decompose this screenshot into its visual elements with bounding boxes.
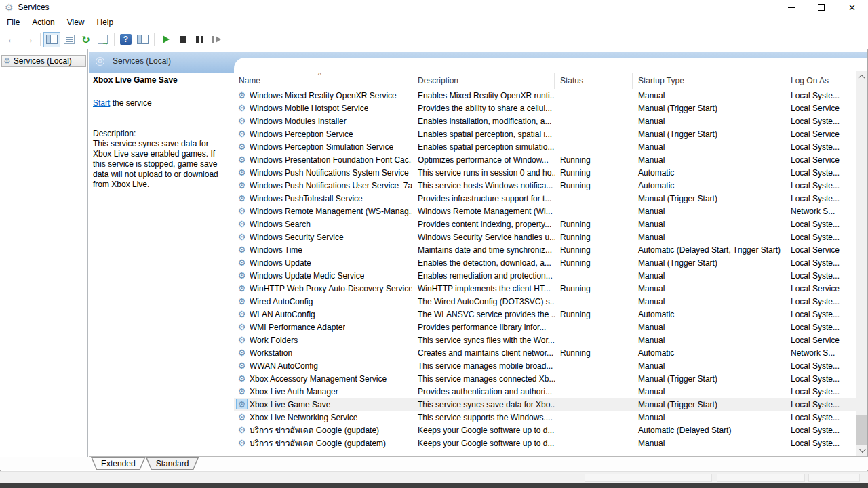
service-name: WinHTTP Web Proxy Auto-Discovery Service: [250, 284, 412, 293]
service-row[interactable]: ⚙ Xbox Live Auth Manager Provides authen…: [234, 385, 856, 398]
column-header-log-on-as[interactable]: Log On As: [785, 73, 856, 89]
pause-service-button[interactable]: [191, 32, 208, 47]
service-startup-type: Automatic: [633, 310, 785, 319]
service-status: Running: [555, 155, 633, 165]
forward-button[interactable]: →: [20, 32, 37, 47]
service-log-on-as: Local Service: [785, 245, 856, 255]
help-icon: ?: [120, 34, 132, 45]
service-row[interactable]: ⚙ Windows Perception Simulation Service …: [234, 140, 856, 153]
service-row[interactable]: ⚙ บริการ ข่าวอัพเดต Google (gupdatem) Ke…: [234, 436, 856, 449]
service-startup-type: Automatic (Delayed Start): [633, 426, 785, 435]
service-row[interactable]: ⚙ Workstation Creates and maintains clie…: [234, 346, 856, 359]
column-header-status[interactable]: Status: [555, 73, 633, 89]
menu-action[interactable]: Action: [26, 15, 60, 30]
service-name: บริการ ข่าวอัพเดต Google (gupdate): [250, 424, 379, 436]
service-row[interactable]: ⚙ Windows Search Provides content indexi…: [234, 218, 856, 230]
restart-service-button[interactable]: [208, 32, 225, 47]
service-row[interactable]: ⚙ Wired AutoConfig The Wired AutoConfig …: [234, 295, 856, 308]
service-name: Windows Update: [250, 258, 311, 268]
service-row[interactable]: ⚙ WLAN AutoConfig The WLANSVC service pr…: [234, 308, 856, 321]
start-service-button[interactable]: [157, 32, 174, 47]
service-row[interactable]: ⚙ Windows Mixed Reality OpenXR Service E…: [234, 89, 856, 102]
start-service-icon: [163, 35, 170, 43]
service-startup-type: Manual: [633, 439, 785, 448]
services-local-tab[interactable]: ⚙ Services (Local): [96, 56, 171, 66]
menu-file[interactable]: File: [1, 15, 26, 30]
forward-arrow-icon: →: [24, 34, 35, 45]
service-startup-type: Manual: [633, 207, 785, 216]
content-pane: ⚙ Services (Local) Xbox Live Game Save S…: [89, 49, 867, 457]
help-button[interactable]: ?: [117, 32, 134, 47]
tab-extended[interactable]: Extended: [91, 457, 146, 470]
stop-service-button[interactable]: [174, 32, 191, 47]
service-row[interactable]: ⚙ WinHTTP Web Proxy Auto-Discovery Servi…: [234, 282, 856, 295]
service-row[interactable]: ⚙ WWAN AutoConfig This service manages m…: [234, 359, 856, 372]
selected-service-title: Xbox Live Game Save: [93, 75, 178, 85]
service-row[interactable]: ⚙ Windows Modules Installer Enables inst…: [234, 115, 856, 127]
service-row[interactable]: ⚙ Windows Time Maintains date and time s…: [234, 243, 856, 256]
start-service-link[interactable]: Start: [93, 98, 110, 108]
description-text: This service syncs save data for Xbox Li…: [93, 139, 227, 190]
service-row[interactable]: ⚙ Windows Update Enables the detection, …: [234, 256, 856, 269]
restore-icon: [818, 4, 825, 11]
service-name: Xbox Live Networking Service: [250, 413, 357, 422]
service-row[interactable]: ⚙ Windows Update Medic Service Enables r…: [234, 269, 856, 282]
refresh-icon: ↻: [81, 35, 90, 45]
column-header-name[interactable]: Name ^: [234, 73, 412, 89]
view-tabs-bar: Extended Standard: [0, 457, 868, 470]
properties-button[interactable]: [60, 32, 77, 47]
list-header: Name ^ Description Status Startup Type L…: [234, 73, 856, 89]
service-row[interactable]: ⚙ Windows Push Notifications User Servic…: [234, 179, 856, 192]
menu-view[interactable]: View: [61, 15, 91, 30]
service-row[interactable]: ⚙ บริการ ข่าวอัพเดต Google (gupdate) Kee…: [234, 424, 856, 436]
service-row[interactable]: ⚙ Windows Remote Management (WS-Manag...…: [234, 205, 856, 218]
toolbar: ← → ↻ ?: [0, 30, 868, 49]
service-row[interactable]: ⚙ Windows Perception Service Enables spa…: [234, 127, 856, 140]
scrollbar-thumb[interactable]: [856, 415, 867, 445]
service-gear-icon: ⚙: [238, 323, 246, 331]
vertical-scrollbar[interactable]: [856, 71, 867, 456]
service-status: Running: [555, 348, 633, 358]
menu-help[interactable]: Help: [91, 15, 120, 30]
service-row[interactable]: ⚙ Xbox Live Game Save This service syncs…: [234, 398, 856, 411]
service-list: Name ^ Description Status Startup Type L…: [234, 73, 856, 456]
service-log-on-as: Local Syste...: [785, 413, 856, 422]
service-row[interactable]: ⚙ Windows Push Notifications System Serv…: [234, 166, 856, 179]
restore-button[interactable]: [806, 1, 837, 14]
refresh-button[interactable]: ↻: [77, 32, 94, 47]
window-bottom-edge: [0, 483, 868, 488]
service-gear-icon: ⚙: [238, 142, 246, 151]
show-action-pane-button[interactable]: [134, 32, 151, 47]
status-pane: [585, 474, 712, 482]
service-description: Creates and maintains client networ...: [412, 348, 555, 358]
service-row[interactable]: ⚙ Windows Presentation Foundation Font C…: [234, 153, 856, 166]
service-gear-icon: ⚙: [238, 155, 246, 164]
service-log-on-as: Local Syste...: [785, 194, 856, 203]
service-log-on-as: Local Syste...: [785, 297, 856, 306]
service-status: Running: [555, 310, 633, 319]
service-row[interactable]: ⚙ Windows PushToInstall Service Provides…: [234, 192, 856, 205]
show-console-tree-button[interactable]: [43, 32, 60, 47]
back-button[interactable]: ←: [3, 32, 20, 47]
service-row[interactable]: ⚙ Windows Security Service Windows Secur…: [234, 230, 856, 243]
service-row[interactable]: ⚙ Windows Mobile Hotspot Service Provide…: [234, 102, 856, 115]
service-row[interactable]: ⚙ Xbox Live Networking Service This serv…: [234, 411, 856, 424]
pause-service-icon: [196, 36, 203, 43]
service-gear-icon: ⚙: [238, 336, 246, 344]
service-row[interactable]: ⚙ Work Folders This service syncs files …: [234, 333, 856, 346]
restart-service-icon: [212, 36, 221, 43]
service-gear-icon: ⚙: [238, 374, 246, 383]
service-name: Windows Mobile Hotspot Service: [250, 104, 368, 113]
tree-item-services-local[interactable]: ⚙ Services (Local): [1, 55, 86, 67]
close-button[interactable]: ×: [837, 1, 867, 14]
service-log-on-as: Local Syste...: [785, 232, 856, 242]
tab-standard[interactable]: Standard: [146, 457, 199, 470]
scroll-down-button[interactable]: [856, 445, 867, 456]
column-header-description[interactable]: Description: [412, 73, 555, 89]
minimize-button[interactable]: [776, 1, 806, 14]
scroll-up-button[interactable]: [856, 71, 867, 83]
export-list-button[interactable]: [94, 32, 111, 47]
service-row[interactable]: ⚙ WMI Performance Adapter Provides perfo…: [234, 321, 856, 333]
column-header-startup-type[interactable]: Startup Type: [633, 73, 785, 89]
service-row[interactable]: ⚙ Xbox Accessory Management Service This…: [234, 372, 856, 385]
